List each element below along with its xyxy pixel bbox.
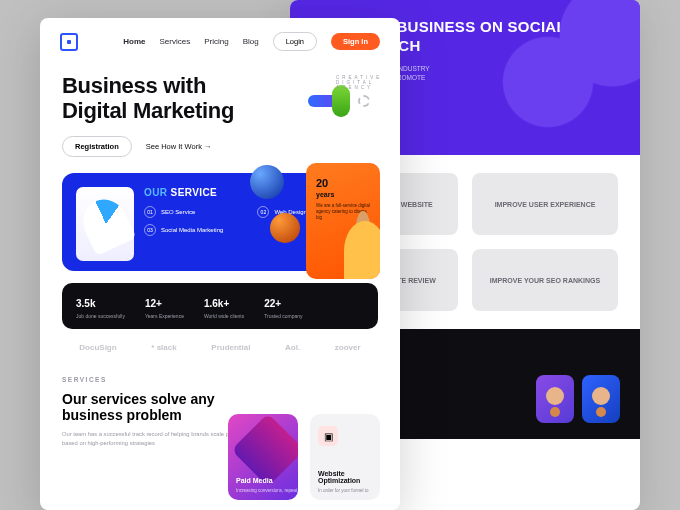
stat-item: 3.5kJob done successfully (76, 293, 125, 319)
testimonial-faces (536, 375, 620, 423)
stat-item: 1.6k+World wide clients (204, 293, 244, 319)
how-it-works-link[interactable]: See How It Work → (146, 142, 212, 151)
registration-button[interactable]: Registration (62, 136, 132, 157)
client-logos: DocuSign slack Prudential Aol. zoover (40, 329, 400, 362)
signin-button[interactable]: Sign In (331, 33, 380, 50)
person-card[interactable] (582, 375, 620, 423)
service-item[interactable]: 03Social Media Marketing (144, 224, 243, 236)
client-logo: zoover (335, 343, 361, 352)
megaphone-icon (76, 187, 134, 261)
section-kicker: SERVICES (62, 376, 107, 383)
brand-logo-icon[interactable] (60, 33, 78, 51)
our-service-section: OUR SERVICE 01SEO Service 02Web Design D… (40, 173, 400, 329)
creative-badge-icon: CREATIVE DIGITAL AGENCY (304, 71, 374, 141)
client-logo: Prudential (211, 343, 250, 352)
nav-home[interactable]: Home (123, 37, 145, 46)
service-item[interactable]: 01SEO Service (144, 206, 243, 218)
topbar: Home Services Pricing Blog Login Sign In (40, 18, 400, 65)
client-logo: Aol. (285, 343, 300, 352)
main-nav: Home Services Pricing Blog Login Sign In (123, 32, 380, 51)
sphere-decoration-icon (270, 213, 300, 243)
service-card: OUR SERVICE 01SEO Service 02Web Design D… (62, 173, 378, 271)
stats-strip: 3.5kJob done successfully 12+Years Exper… (62, 283, 378, 329)
nav-blog[interactable]: Blog (243, 37, 259, 46)
feature-tile[interactable]: IMPROVE YOUR SEO RANKINGS (472, 249, 618, 311)
nav-services[interactable]: Services (159, 37, 190, 46)
nav-pricing[interactable]: Pricing (204, 37, 228, 46)
landing-primary-view: Home Services Pricing Blog Login Sign In… (40, 18, 400, 510)
person-card[interactable] (536, 375, 574, 423)
stat-item: 22+Trusted company (264, 293, 302, 319)
stat-item: 12+Years Experience (145, 293, 184, 319)
client-logo: slack (151, 343, 176, 352)
experience-card: 20years We are a full-service digital ag… (306, 163, 380, 279)
hero: Business withDigital Marketing Registrat… (40, 65, 400, 173)
sphere-decoration-icon (250, 165, 284, 199)
service-card-website-optimization[interactable]: ▣ Website Optimization In order for your… (310, 414, 380, 500)
client-logo: DocuSign (79, 343, 116, 352)
services-section: SERVICES Our services solve any business… (40, 362, 400, 456)
service-card-paid-media[interactable]: Paid Media Increasing conversions, repea… (228, 414, 298, 500)
optimize-icon: ▣ (318, 426, 338, 446)
login-button[interactable]: Login (273, 32, 317, 51)
feature-tile[interactable]: IMPROVE USER EXPERIENCE (472, 173, 618, 235)
section-title: Our services solve any business problem (62, 391, 242, 425)
